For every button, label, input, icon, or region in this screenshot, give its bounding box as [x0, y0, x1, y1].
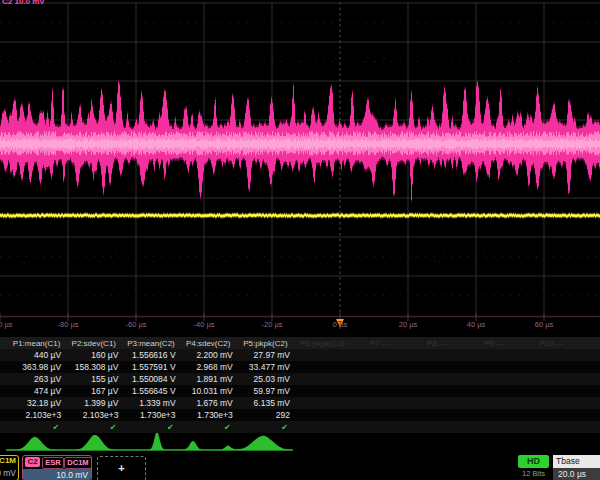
param-value: 2.968 mV — [180, 362, 233, 373]
c2-scale-value: 10.0 mV — [56, 470, 88, 480]
time-axis-label: -60 µs — [126, 320, 147, 329]
c2-esr-tag: ESR — [42, 457, 64, 469]
param-value: 363.98 µV — [8, 362, 61, 373]
param-value: 1.676 mV — [180, 398, 233, 409]
c2-chip-row: C2 ESR DC1M — [23, 456, 91, 469]
oscilloscope-screen: T C2 10.0 mV -100 µs-80 µs-60 µs-40 µs-2… — [0, 0, 600, 480]
param-value: 1.550084 V — [122, 374, 175, 385]
param-value: 158.308 µV — [65, 362, 118, 373]
param-header[interactable]: P2:sdev(C1) — [65, 338, 122, 349]
time-axis-label: 20 µs — [399, 320, 418, 329]
param-header[interactable]: P4:sdev(C2) — [180, 338, 237, 349]
measure-table-row: 32.18 µV1.399 µV1.339 mV1.676 mV6.135 mV — [0, 397, 600, 409]
timebase-title: Tbase — [553, 455, 600, 468]
trace-c1 — [1, 212, 600, 219]
measure-table-header-row: P1:mean(C1)P2:sdev(C1)P3:mean(C2)P4:sdev… — [0, 337, 600, 349]
measure-table-row: ✔✔✔✔✔ — [0, 421, 600, 433]
param-header-inactive[interactable]: P10:--- — [523, 338, 580, 349]
active-trace-label: C2 10.0 mV — [2, 0, 45, 6]
param-status-check-icon: ✔ — [8, 422, 59, 433]
param-header[interactable]: P1:mean(C1) — [8, 338, 65, 349]
c2-coupling-tag: DC1M — [64, 457, 92, 469]
param-value: 263 µV — [8, 374, 61, 385]
time-axis-label: 60 µs — [535, 320, 554, 329]
measure-table-row: 263 µV155 µV1.550084 V1.891 mV25.03 mV — [0, 373, 600, 385]
time-axis-label: -80 µs — [58, 320, 79, 329]
param-value: 1.399 µV — [65, 398, 118, 409]
time-axis-label: -100 µs — [0, 320, 13, 329]
param-value: 1.339 mV — [122, 398, 175, 409]
param-value: 33.477 mV — [237, 362, 290, 373]
param-value: 160 µV — [65, 350, 118, 361]
descriptor-bar: DC1M 0 mV C2 ESR DC1M 10.0 mV + HD 12 Bi… — [0, 455, 600, 480]
measure-table-row: 363.98 µV158.308 µV1.557591 V2.968 mV33.… — [0, 361, 600, 373]
param-value: 25.03 mV — [237, 374, 290, 385]
param-value: 474 µV — [8, 386, 61, 397]
param-header-inactive[interactable]: P7:--- — [351, 338, 408, 349]
param-value: 2.103e+3 — [65, 410, 118, 421]
param-header-inactive[interactable]: P6:pkpk(C3) — [294, 338, 351, 349]
add-trace-button[interactable]: + — [97, 456, 146, 480]
param-value: 2.200 mV — [180, 350, 233, 361]
timebase-scale-value: 20.0 µs — [553, 468, 600, 480]
measure-table-row: 2.103e+32.103e+31.730e+31.730e+3292 — [0, 409, 600, 421]
time-axis-label: 40 µs — [467, 320, 486, 329]
param-value: 1.556616 V — [122, 350, 175, 361]
param-value: 1.730e+3 — [180, 410, 233, 421]
channel-c2-descriptor-box[interactable]: C2 ESR DC1M 10.0 mV — [22, 455, 92, 480]
param-value: 167 µV — [65, 386, 118, 397]
param-value: 440 µV — [8, 350, 61, 361]
param-status-check-icon: ✔ — [180, 422, 231, 433]
param-header-inactive[interactable]: P9:--- — [466, 338, 523, 349]
timebase-descriptor-box[interactable]: Tbase 20.0 µs — [553, 455, 600, 480]
hd-bits-label: 12 Bits — [513, 469, 554, 478]
param-header-inactive[interactable]: P8:--- — [408, 338, 465, 349]
param-value: 155 µV — [65, 374, 118, 385]
time-axis-label: -40 µs — [194, 320, 215, 329]
param-value: 59.97 mV — [237, 386, 290, 397]
param-value: 2.103e+3 — [8, 410, 61, 421]
param-status-check-icon: ✔ — [122, 422, 173, 433]
param-status-check-icon: ✔ — [65, 422, 116, 433]
param-value: 1.557591 V — [122, 362, 175, 373]
param-header[interactable]: P5:pkpk(C2) — [237, 338, 294, 349]
param-value: 10.031 mV — [180, 386, 233, 397]
channel-c1-descriptor-box[interactable]: DC1M 0 mV — [0, 455, 19, 480]
param-value: 292 — [237, 410, 290, 421]
measure-table-row: 440 µV160 µV1.556616 V2.200 mV27.97 mV — [0, 349, 600, 361]
param-status-check-icon: ✔ — [237, 422, 288, 433]
c1-scale-value: 0 mV — [0, 468, 16, 478]
param-value: 32.18 µV — [8, 398, 61, 409]
time-axis-label: -20 µs — [262, 320, 283, 329]
time-axis: -100 µs-80 µs-60 µs-40 µs-20 µs0 µs20 µs… — [0, 318, 600, 332]
param-value: 1.730e+3 — [122, 410, 175, 421]
measure-table[interactable]: P1:mean(C1)P2:sdev(C1)P3:mean(C2)P4:sdev… — [0, 337, 600, 433]
param-value: 6.135 mV — [237, 398, 290, 409]
measure-table-row: 474 µV167 µV1.556645 V10.031 mV59.97 mV — [0, 385, 600, 397]
param-value: 27.97 mV — [237, 350, 290, 361]
c2-channel-chip: C2 — [25, 457, 40, 467]
hd-mode-badge[interactable]: HD — [518, 455, 549, 468]
c2-scale-row: 10.0 mV — [23, 469, 91, 480]
param-header[interactable]: P3:mean(C2) — [122, 338, 179, 349]
c1-coupling-tag: DC1M — [0, 456, 16, 465]
plus-icon: + — [98, 459, 145, 477]
param-value: 1.556645 V — [122, 386, 175, 397]
trace-c2 — [1, 57, 600, 263]
time-axis-label: 0 µs — [333, 320, 347, 329]
parameter-histicons — [6, 432, 293, 450]
param-value: 1.891 mV — [180, 374, 233, 385]
